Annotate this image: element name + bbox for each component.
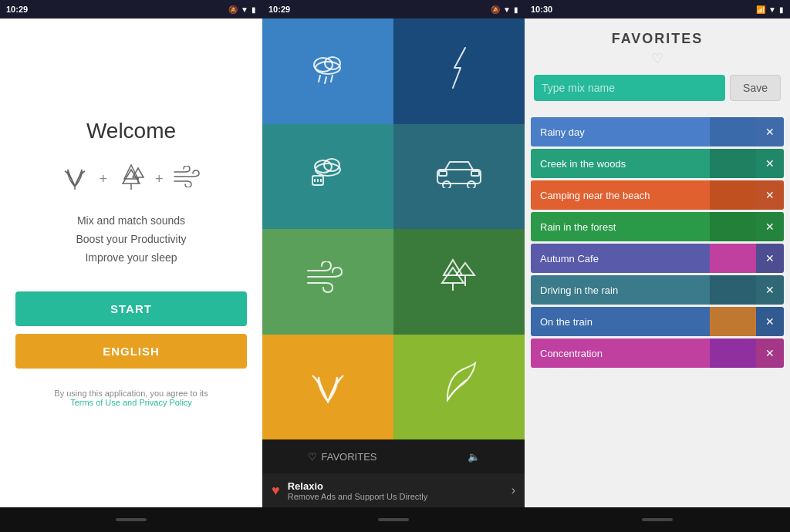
fav-item-close-on-train[interactable]: ✕ <box>756 307 784 336</box>
nav-bar-3 <box>525 507 790 532</box>
fav-item-close-concentration[interactable]: ✕ <box>756 338 784 368</box>
wifi-icon-2: ▼ <box>503 5 511 14</box>
fav-item-close-driving-rain[interactable]: ✕ <box>756 275 784 305</box>
sound-cell-fire[interactable] <box>262 335 393 440</box>
fav-item-close-creek-woods[interactable]: ✕ <box>756 149 784 178</box>
fav-item-label-autumn-cafe: Autumn Cafe <box>531 244 710 273</box>
svg-marker-4 <box>133 168 143 177</box>
battery-icon: ▮ <box>252 5 256 14</box>
fav-item-bar-autumn-cafe <box>710 244 756 273</box>
back-button-1[interactable] <box>116 518 147 521</box>
fav-item-label-camping-beach: Camping near the beach <box>531 180 710 210</box>
ad-heart-icon: ♥ <box>272 483 280 499</box>
english-button[interactable]: ENGLISH <box>15 334 247 369</box>
favorites-heart-icon: ♡ <box>651 50 663 67</box>
feature-2: Boost your Productivity <box>76 233 186 245</box>
ad-arrow-icon: › <box>511 483 515 497</box>
sound-cell-rain[interactable] <box>262 19 393 124</box>
ad-subtitle: Remove Ads and Support Us Directly <box>288 492 504 501</box>
car-icon <box>434 157 484 195</box>
bottom-bar: ♡ FAVORITES 🔈 <box>262 439 525 473</box>
favorites-header: FAVORITES ♡ Save <box>525 19 790 112</box>
ad-bar[interactable]: ♥ Relaxio Remove Ads and Support Us Dire… <box>262 473 525 507</box>
terms-link[interactable]: Terms of Use and Privacy Policy <box>70 398 192 407</box>
sound-cell-thunder[interactable] <box>393 19 525 124</box>
save-mix-button[interactable]: Save <box>730 75 781 101</box>
sound-cell-wind[interactable] <box>262 229 393 335</box>
time-2: 10:29 <box>268 5 290 14</box>
status-icons-1: 🔕 ▼ ▮ <box>228 5 256 14</box>
welcome-texts: Mix and match sounds Boost your Producti… <box>76 214 186 264</box>
home-button-3[interactable] <box>642 518 673 521</box>
fav-item-creek-woods[interactable]: Creek in the woods✕ <box>531 149 784 178</box>
welcome-footer: By using this application, you agree to … <box>54 389 208 407</box>
fav-item-label-creek-woods: Creek in the woods <box>531 149 710 178</box>
fav-item-label-rainy-day: Rainy day <box>531 117 710 146</box>
welcome-icons-row: + + <box>59 162 203 196</box>
trees-icon <box>436 257 482 307</box>
footer-text: By using this application, you agree to … <box>54 389 208 398</box>
sound-cell-car[interactable] <box>393 124 525 230</box>
fav-item-close-rainy-day[interactable]: ✕ <box>756 117 784 146</box>
fav-item-autumn-cafe[interactable]: Autumn Cafe✕ <box>531 244 784 273</box>
feature-1: Mix and match sounds <box>77 214 185 227</box>
sound-cell-leaf[interactable] <box>393 335 525 440</box>
time-1: 10:29 <box>6 5 28 14</box>
favorites-label: FAVORITES <box>322 451 377 463</box>
welcome-buttons: START ENGLISH <box>15 291 247 369</box>
fav-item-bar-camping-beach <box>710 180 756 210</box>
sound-cell-storm[interactable] <box>262 124 393 230</box>
fav-item-bar-concentration <box>710 338 756 368</box>
storm-cloud-icon <box>306 154 349 198</box>
nav-bar-1 <box>0 507 262 532</box>
plus-1: + <box>99 171 107 187</box>
fav-item-concentration[interactable]: Concentration✕ <box>531 338 784 368</box>
fav-item-bar-driving-rain <box>710 275 756 305</box>
svg-line-9 <box>319 76 320 82</box>
plus-2: + <box>155 171 164 187</box>
wifi-icon-3: ▼ <box>768 5 776 14</box>
home-button-2[interactable] <box>378 518 409 521</box>
fav-item-label-concentration: Concentration <box>531 338 710 368</box>
fav-item-bar-on-train <box>710 307 756 336</box>
welcome-title: Welcome <box>86 119 176 143</box>
fav-item-rain-forest[interactable]: Rain in the forest✕ <box>531 212 784 241</box>
svg-line-10 <box>325 77 326 83</box>
volume-control[interactable]: 🔈 <box>468 451 480 463</box>
fav-item-bar-creek-woods <box>710 149 756 178</box>
notification-icon-2: 🔕 <box>491 5 500 14</box>
sound-grid-panel: 10:29 🔕 ▼ ▮ <box>262 0 525 532</box>
battery-icon-2: ▮ <box>514 5 518 14</box>
svg-point-20 <box>443 181 451 188</box>
wifi-icon: ▼ <box>241 5 248 14</box>
welcome-content: Welcome + <box>0 19 262 507</box>
fav-item-on-train[interactable]: On the train✕ <box>531 307 784 336</box>
mix-name-input[interactable] <box>534 75 725 101</box>
fav-item-camping-beach[interactable]: Camping near the beach✕ <box>531 180 784 210</box>
grass-icon <box>59 162 91 196</box>
status-bar-1: 10:29 🔕 ▼ ▮ <box>0 0 262 19</box>
fav-item-label-rain-forest: Rain in the forest <box>531 212 710 241</box>
time-3: 10:30 <box>531 5 552 14</box>
favorites-panel: 10:30 📶 ▼ ▮ FAVORITES ♡ Save Rainy day✕C… <box>525 0 790 532</box>
fav-item-bar-rain-forest <box>710 212 756 241</box>
fav-item-driving-rain[interactable]: Driving in the rain✕ <box>531 275 784 305</box>
grass-2-icon <box>306 363 349 410</box>
favorites-list: Rainy day✕Creek in the woods✕Camping nea… <box>525 112 790 507</box>
start-button[interactable]: START <box>15 291 247 326</box>
fav-item-close-rain-forest[interactable]: ✕ <box>756 212 784 241</box>
status-icons-2: 🔕 ▼ ▮ <box>491 5 518 14</box>
fav-item-label-on-train: On the train <box>531 307 710 336</box>
fav-item-close-autumn-cafe[interactable]: ✕ <box>756 244 784 273</box>
fav-item-rainy-day[interactable]: Rainy day✕ <box>531 117 784 146</box>
svg-line-11 <box>331 76 333 82</box>
fav-item-close-camping-beach[interactable]: ✕ <box>756 180 784 210</box>
welcome-panel: 10:29 🔕 ▼ ▮ Welcome + <box>0 0 262 532</box>
sound-grid <box>262 19 525 439</box>
trees-icon <box>115 162 147 196</box>
favorites-tab[interactable]: ♡ FAVORITES <box>308 451 377 463</box>
feature-3: Improve your sleep <box>85 251 177 264</box>
ad-text: Relaxio Remove Ads and Support Us Direct… <box>288 480 504 501</box>
status-icons-3: 📶 ▼ ▮ <box>756 5 784 14</box>
sound-cell-trees[interactable] <box>393 229 525 335</box>
